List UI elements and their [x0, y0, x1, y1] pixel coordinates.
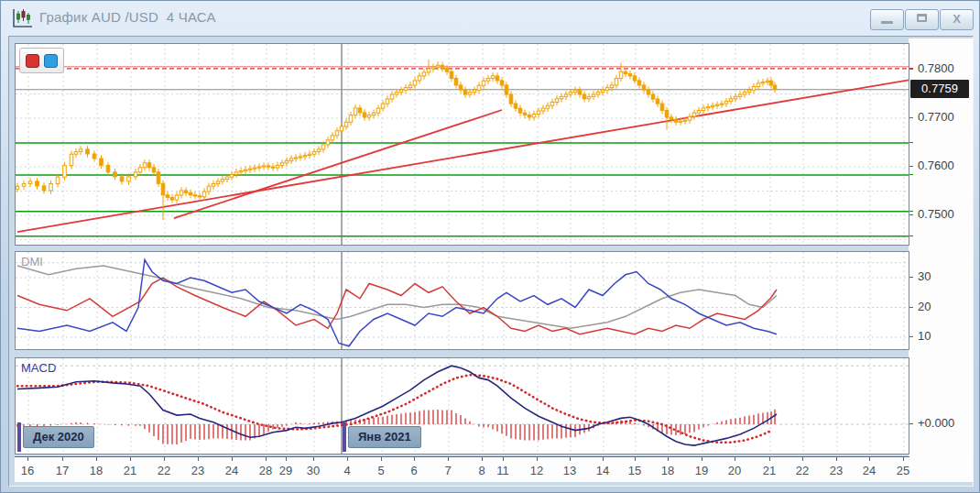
current-price-badge: 0.7759 — [910, 80, 969, 98]
price-axis-label: 0.7500 — [918, 207, 954, 221]
x-axis-tick — [448, 457, 449, 461]
x-axis-tick — [769, 457, 770, 461]
x-axis-label: 23 — [191, 464, 204, 477]
x-axis-tick — [570, 457, 571, 461]
x-axis-tick — [702, 457, 702, 461]
x-axis-label: 25 — [897, 464, 909, 477]
x-axis-label: 18 — [661, 464, 674, 477]
dmi-indicator-panel[interactable]: DMI — [15, 251, 909, 350]
price-axis-label: 0.7800 — [918, 61, 954, 75]
macd-axis-label: +0.000 — [918, 416, 954, 430]
x-axis-tick — [27, 457, 28, 461]
title-bar[interactable]: График AUD /USD 4 ЧАСА X — [1, 1, 979, 35]
line-tools-legend — [19, 48, 64, 73]
x-axis-tick — [836, 457, 837, 461]
chart-window: График AUD /USD 4 ЧАСА X 0.7759 0.78000.… — [0, 0, 980, 493]
window-title: График AUD /USD 4 ЧАСА — [39, 9, 216, 25]
month-label-jan: Янв 2021 — [348, 426, 421, 448]
x-axis-label: 7 — [444, 464, 451, 477]
month-marker-jan — [343, 422, 346, 452]
x-axis-tick — [603, 457, 604, 461]
x-axis-label: 24 — [225, 464, 238, 477]
date-axis[interactable]: 1617182122232428293045678111213141518192… — [15, 456, 909, 482]
x-axis-tick — [96, 457, 97, 461]
x-axis-label: 5 — [377, 464, 384, 477]
x-axis-tick — [164, 457, 165, 461]
macd-indicator-panel[interactable]: MACD Дек 2020 Янв 2021 — [15, 357, 909, 455]
x-axis-tick — [668, 457, 669, 461]
x-axis-tick — [635, 457, 636, 461]
x-axis-tick — [903, 457, 904, 461]
x-axis-label: 24 — [863, 464, 876, 477]
x-axis-label: 29 — [279, 464, 292, 477]
x-axis-label: 4 — [343, 464, 350, 477]
x-axis-label: 13 — [563, 464, 576, 477]
x-axis-tick — [537, 457, 538, 461]
dmi-axis-label: 20 — [918, 300, 931, 313]
x-axis-label: 14 — [596, 464, 609, 477]
x-axis-label: 22 — [796, 464, 809, 477]
x-axis-label: 22 — [158, 464, 170, 477]
month-marker-dec — [17, 422, 21, 452]
price-axis-label: 0.7600 — [918, 159, 954, 172]
dmi-plot[interactable] — [16, 252, 909, 349]
dmi-axis-label: 30 — [918, 269, 931, 283]
x-axis-tick — [232, 457, 233, 461]
x-axis-tick — [266, 457, 267, 461]
x-axis-tick — [414, 457, 415, 461]
x-axis-label: 6 — [410, 464, 417, 477]
candles — [16, 60, 777, 220]
x-axis-label: 20 — [728, 464, 741, 477]
dmi-axis-label: 10 — [918, 329, 931, 343]
x-axis-tick — [198, 457, 199, 461]
candlestick-plot[interactable] — [16, 44, 909, 245]
x-axis-label: 19 — [695, 464, 708, 477]
restore-button[interactable] — [905, 9, 939, 30]
macd-plot[interactable] — [16, 358, 909, 454]
x-axis-label: 15 — [628, 464, 641, 477]
x-axis-tick — [735, 457, 735, 461]
x-axis-label: 12 — [530, 464, 543, 477]
x-axis-tick — [482, 457, 483, 461]
dmi-label: DMI — [21, 255, 43, 268]
price-axis-label: 0.7700 — [918, 110, 954, 124]
x-axis-label: 21 — [124, 464, 136, 477]
main-price-chart[interactable] — [15, 43, 909, 246]
x-axis-label: 17 — [56, 464, 69, 477]
x-axis-tick — [869, 457, 870, 461]
x-axis-label: 18 — [90, 464, 103, 477]
chart-content-area: 0.7759 0.78000.77000.76000.7500302010+0.… — [8, 36, 974, 487]
x-axis-tick — [503, 457, 504, 461]
x-axis-label: 28 — [259, 464, 272, 477]
x-axis-tick — [286, 457, 287, 461]
x-axis-label: 30 — [307, 464, 320, 477]
close-icon: X — [941, 10, 973, 28]
restore-icon — [917, 14, 927, 22]
blue-marker-button[interactable] — [44, 54, 58, 68]
price-axis-gutter: 0.7759 0.78000.77000.76000.7500302010+0.… — [909, 38, 973, 482]
x-axis-tick — [62, 457, 63, 461]
minimize-button[interactable] — [870, 9, 904, 30]
minimize-icon — [881, 21, 893, 24]
x-axis-tick — [381, 457, 382, 461]
x-axis-label: 21 — [763, 464, 776, 477]
x-axis-label: 8 — [478, 464, 485, 477]
candlestick-chart-icon — [10, 7, 34, 29]
x-axis-tick — [313, 457, 314, 461]
x-axis-label: 11 — [496, 464, 509, 477]
x-axis-label: 23 — [830, 464, 843, 477]
red-marker-button[interactable] — [26, 54, 39, 68]
x-axis-tick — [130, 457, 131, 461]
x-axis-tick — [802, 457, 803, 461]
x-axis-tick — [347, 457, 348, 461]
macd-label: MACD — [21, 361, 56, 375]
month-label-dec: Дек 2020 — [23, 426, 94, 448]
x-axis-label: 16 — [21, 464, 34, 477]
close-button[interactable]: X — [940, 9, 974, 30]
